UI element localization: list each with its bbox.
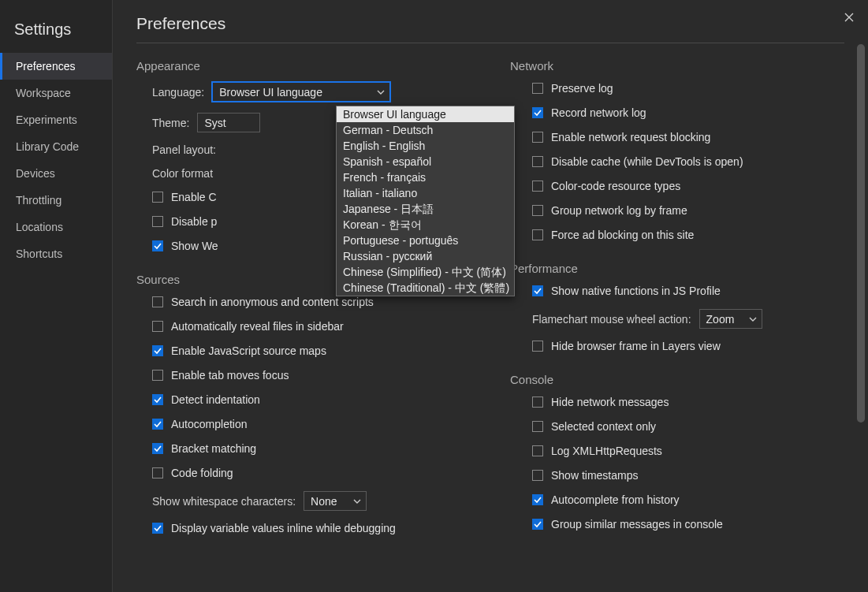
sidebar-item-library-code[interactable]: Library Code bbox=[0, 133, 112, 160]
language-option[interactable]: Italian - italiano bbox=[337, 185, 514, 201]
section-performance: Performance bbox=[510, 262, 844, 275]
close-icon bbox=[844, 13, 854, 22]
network-item-4-label: Color-code resource types bbox=[551, 180, 680, 192]
sources-item-2-checkbox[interactable] bbox=[152, 345, 163, 356]
network-item-6-checkbox[interactable] bbox=[532, 229, 543, 240]
console-item-5-label: Group similar messages in console bbox=[551, 518, 723, 531]
language-dropdown[interactable]: Browser UI languageGerman - DeutschEngli… bbox=[336, 106, 515, 296]
whitespace-select[interactable]: None bbox=[304, 491, 367, 511]
console-item-5-checkbox[interactable] bbox=[532, 519, 543, 530]
console-item-0-label: Hide network messages bbox=[551, 396, 669, 408]
console-item-2-checkbox[interactable] bbox=[532, 445, 543, 456]
language-option[interactable]: Browser UI language bbox=[337, 106, 514, 122]
network-item-5-label: Group network log by frame bbox=[551, 204, 687, 217]
sidebar-item-preferences[interactable]: Preferences bbox=[0, 53, 112, 80]
disable-p-checkbox[interactable] bbox=[152, 216, 163, 227]
page-title: Preferences bbox=[136, 14, 844, 33]
language-option[interactable]: Spanish - español bbox=[337, 154, 514, 169]
console-item-3-label: Show timestamps bbox=[551, 469, 638, 482]
sidebar-item-throttling[interactable]: Throttling bbox=[0, 187, 112, 214]
panel-layout-label: Panel layout: bbox=[152, 143, 216, 156]
sources-item-2-label: Enable JavaScript source maps bbox=[171, 344, 326, 357]
network-item-3-label: Disable cache (while DevTools is open) bbox=[551, 155, 743, 168]
network-item-0-checkbox[interactable] bbox=[532, 83, 543, 94]
theme-select[interactable]: Syst bbox=[197, 113, 260, 132]
show-we-checkbox[interactable] bbox=[152, 240, 163, 251]
console-item-3-checkbox[interactable] bbox=[532, 470, 543, 481]
console-item-1-checkbox[interactable] bbox=[532, 421, 543, 432]
section-console: Console bbox=[510, 373, 844, 386]
flamechart-select-value: Zoom bbox=[706, 313, 735, 326]
console-item-4-label: Autocomplete from history bbox=[551, 493, 680, 506]
language-option[interactable]: Chinese (Simplified) - 中文 (简体) bbox=[337, 264, 514, 280]
flamechart-label: Flamechart mouse wheel action: bbox=[532, 313, 691, 326]
sources-item-7-checkbox[interactable] bbox=[152, 467, 163, 478]
language-option[interactable]: French - français bbox=[337, 169, 514, 185]
network-item-2-checkbox[interactable] bbox=[532, 132, 543, 143]
language-option[interactable]: Korean - 한국어 bbox=[337, 217, 514, 233]
console-item-2-label: Log XMLHttpRequests bbox=[551, 445, 662, 457]
sources-item-3-label: Enable tab moves focus bbox=[171, 369, 289, 382]
network-item-0-label: Preserve log bbox=[551, 82, 613, 95]
network-item-3-checkbox[interactable] bbox=[532, 156, 543, 167]
scrollbar[interactable] bbox=[857, 44, 865, 423]
console-item-1-label: Selected context only bbox=[551, 420, 656, 433]
chevron-down-icon bbox=[353, 499, 361, 504]
network-item-4-checkbox[interactable] bbox=[532, 181, 543, 192]
sidebar-item-experiments[interactable]: Experiments bbox=[0, 106, 112, 133]
main-panel: Preferences Appearance Language: Browser… bbox=[113, 0, 868, 592]
language-select-value: Browser UI language bbox=[219, 86, 322, 99]
sources-item-5-label: Autocompletion bbox=[171, 418, 248, 430]
inline-values-label: Display variable values inline while deb… bbox=[171, 522, 396, 534]
sources-item-7-label: Code folding bbox=[171, 467, 233, 479]
divider bbox=[136, 43, 844, 43]
sidebar-item-shortcuts[interactable]: Shortcuts bbox=[0, 240, 112, 267]
language-option[interactable]: Russian - русский bbox=[337, 248, 514, 264]
whitespace-select-value: None bbox=[311, 495, 337, 508]
sources-item-0-checkbox[interactable] bbox=[152, 296, 163, 307]
sources-item-6-checkbox[interactable] bbox=[152, 443, 163, 454]
chevron-down-icon bbox=[749, 317, 757, 322]
sources-item-0-label: Search in anonymous and content scripts bbox=[171, 296, 374, 308]
sources-item-5-checkbox[interactable] bbox=[152, 419, 163, 430]
console-item-4-checkbox[interactable] bbox=[532, 494, 543, 505]
flamechart-select[interactable]: Zoom bbox=[699, 309, 762, 329]
sources-item-1-label: Automatically reveal files in sidebar bbox=[171, 320, 344, 333]
section-network: Network bbox=[510, 59, 844, 73]
close-button[interactable] bbox=[838, 6, 860, 28]
enable-c-checkbox[interactable] bbox=[152, 192, 163, 203]
language-option[interactable]: Chinese (Traditional) - 中文 (繁體) bbox=[337, 280, 514, 296]
sidebar-item-workspace[interactable]: Workspace bbox=[0, 80, 112, 106]
hide-frame-label: Hide browser frame in Layers view bbox=[551, 340, 721, 352]
chevron-down-icon bbox=[377, 90, 385, 95]
color-format-label: Color format bbox=[152, 167, 213, 180]
network-item-5-checkbox[interactable] bbox=[532, 205, 543, 216]
language-option[interactable]: Portuguese - português bbox=[337, 233, 514, 248]
language-option[interactable]: German - Deutsch bbox=[337, 122, 514, 138]
whitespace-label: Show whitespace characters: bbox=[152, 495, 296, 508]
network-item-6-label: Force ad blocking on this site bbox=[551, 229, 694, 241]
native-fns-checkbox[interactable] bbox=[532, 285, 543, 296]
sources-item-4-label: Detect indentation bbox=[171, 393, 260, 406]
sources-item-4-checkbox[interactable] bbox=[152, 394, 163, 405]
network-item-2-label: Enable network request blocking bbox=[551, 131, 710, 143]
language-label: Language: bbox=[152, 86, 204, 99]
sidebar-item-devices[interactable]: Devices bbox=[0, 160, 112, 187]
sources-item-1-checkbox[interactable] bbox=[152, 321, 163, 332]
native-fns-label: Show native functions in JS Profile bbox=[551, 285, 721, 297]
language-option[interactable]: Japanese - 日本語 bbox=[337, 201, 514, 217]
inline-values-checkbox[interactable] bbox=[152, 523, 163, 534]
theme-select-value: Syst bbox=[204, 117, 225, 129]
console-item-0-checkbox[interactable] bbox=[532, 397, 543, 408]
sidebar: Settings PreferencesWorkspaceExperiments… bbox=[0, 0, 113, 592]
language-option[interactable]: English - English bbox=[337, 138, 514, 154]
language-select[interactable]: Browser UI language bbox=[212, 82, 390, 102]
sources-item-6-label: Bracket matching bbox=[171, 442, 256, 455]
network-item-1-checkbox[interactable] bbox=[532, 107, 543, 118]
enable-c-label: Enable C bbox=[171, 191, 217, 203]
show-we-label: Show We bbox=[171, 240, 218, 252]
hide-frame-checkbox[interactable] bbox=[532, 341, 543, 352]
sidebar-item-locations[interactable]: Locations bbox=[0, 214, 112, 240]
theme-label: Theme: bbox=[152, 117, 189, 129]
sources-item-3-checkbox[interactable] bbox=[152, 370, 163, 381]
